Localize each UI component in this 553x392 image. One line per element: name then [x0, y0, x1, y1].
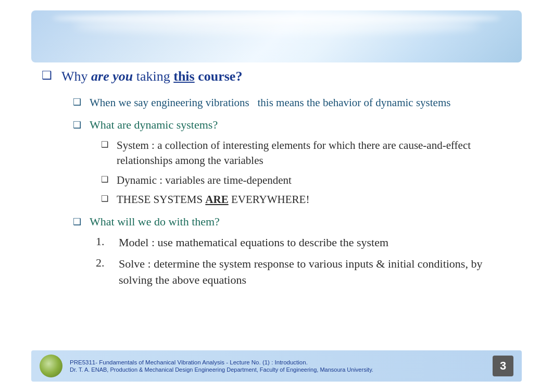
are-you-text: are you [91, 69, 133, 84]
l3-ev-text: THESE SYSTEMS ARE EVERYWHERE! [117, 192, 309, 207]
are-underline: ARE [205, 193, 228, 206]
l3-dynamic: ❑ Dynamic : variables are time-dependent [101, 173, 517, 188]
l3-dyn-text: Dynamic : variables are time-dependent [117, 173, 292, 188]
footer-text-block: PRE5311- Fundamentals of Mechanical Vibr… [70, 359, 493, 373]
header-banner [31, 10, 522, 62]
l2-vib-text: When we say engineering vibrations this … [90, 95, 450, 110]
l2-what-will: ❑ What will we do with them? [73, 214, 517, 230]
l2-container: ❑ When we say engineering vibrations thi… [73, 95, 517, 288]
l2-vibrations: ❑ When we say engineering vibrations thi… [73, 95, 517, 110]
num-item-2: 2. Solve : determine the system response… [96, 256, 517, 288]
l3-system: ❑ System : a collection of interesting e… [101, 138, 517, 169]
l3-container: ❑ System : a collection of interesting e… [101, 138, 517, 208]
footer: PRE5311- Fundamentals of Mechanical Vibr… [31, 350, 522, 382]
footer-logo [40, 355, 62, 377]
l3-dyn-bullet: ❑ [101, 174, 109, 184]
l3-everywhere: ❑ THESE SYSTEMS ARE EVERYWHERE! [101, 192, 517, 207]
l2-vib-bullet: ❑ [73, 96, 82, 108]
l3-ev-bullet: ❑ [101, 194, 109, 204]
course-text: course? [198, 69, 242, 84]
num-2: 2. [96, 256, 110, 270]
l2-dyn-bullet: ❑ [73, 119, 82, 131]
l1-why-text: Why are you taking this course? [61, 68, 242, 85]
footer-line2: Dr. T. A. ENAB, Production & Mechanical … [70, 366, 493, 373]
num-2-text: Solve : determine the system response to… [119, 256, 517, 288]
l2-dyn-text: What are dynamic systems? [90, 118, 218, 133]
l3-sys-bullet: ❑ [101, 140, 109, 149]
l1-why: ❑ Why are you taking this course? [42, 68, 517, 85]
num-1: 1. [96, 235, 110, 248]
l2-ww-bullet: ❑ [73, 216, 82, 227]
this-text: this [173, 69, 194, 84]
numbered-list: 1. Model : use mathematical equations to… [96, 235, 517, 288]
footer-page-number: 3 [493, 356, 513, 376]
num-item-1: 1. Model : use mathematical equations to… [96, 235, 517, 251]
l2-ww-text: What will we do with them? [90, 214, 220, 230]
slide-body: ❑ Why are you taking this course? ❑ When… [42, 68, 517, 324]
l2-dynamic-systems: ❑ What are dynamic systems? [73, 118, 517, 133]
l1-why-bullet: ❑ [42, 69, 53, 82]
l3-sys-text: System : a collection of interesting ele… [117, 138, 517, 169]
num-1-text: Model : use mathematical equations to de… [119, 235, 388, 251]
footer-line1: PRE5311- Fundamentals of Mechanical Vibr… [70, 359, 493, 365]
